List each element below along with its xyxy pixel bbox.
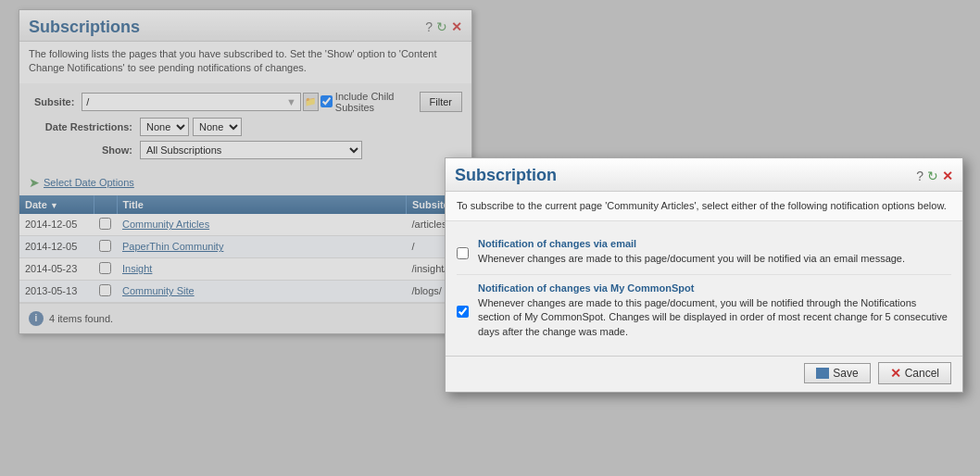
save-icon: [816, 368, 829, 379]
notification-content-2: Notification of changes via My CommonSpo…: [478, 282, 951, 339]
notification-desc-1: Whenever changes are made to this page/d…: [478, 252, 905, 266]
dialog-close-icon[interactable]: ✕: [942, 169, 953, 183]
subscription-dialog: Subscription ? ↻ ✕ To subscribe to the c…: [445, 157, 963, 393]
notification-option-2: Notification of changes via My CommonSpo…: [457, 275, 951, 346]
notification-option-1: Notification of changes via email Whenev…: [457, 231, 951, 274]
dialog-help-icon[interactable]: ?: [916, 169, 923, 183]
cancel-button[interactable]: ✕ Cancel: [878, 362, 951, 384]
notification-title-2: Notification of changes via My CommonSpo…: [478, 282, 951, 294]
dialog-title: Subscription: [455, 166, 557, 185]
notification-checkbox-2[interactable]: [457, 284, 469, 339]
notification-desc-2: Whenever changes are made to this page/d…: [478, 296, 951, 339]
cancel-icon: ✕: [890, 366, 901, 381]
notification-checkbox-1[interactable]: [457, 240, 469, 266]
notification-content-1: Notification of changes via email Whenev…: [478, 238, 905, 266]
dialog-footer: Save ✕ Cancel: [446, 356, 962, 392]
save-button[interactable]: Save: [804, 363, 870, 383]
dialog-description: To subscribe to the current page 'Commun…: [446, 192, 962, 221]
dialog-refresh-icon[interactable]: ↻: [927, 169, 938, 183]
notification-title-1: Notification of changes via email: [478, 238, 905, 249]
dialog-header: Subscription ? ↻ ✕: [446, 158, 962, 192]
dialog-icon-bar: ? ↻ ✕: [916, 169, 953, 183]
dialog-body: Notification of changes via email Whenev…: [446, 221, 962, 356]
